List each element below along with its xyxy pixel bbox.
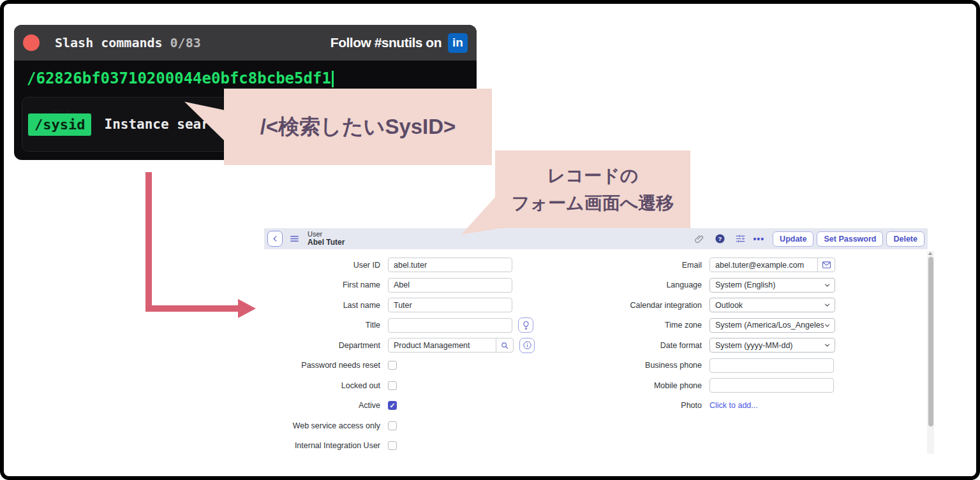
- web-service-access-only-checkbox[interactable]: [388, 421, 397, 430]
- mobile-phone-input[interactable]: [709, 378, 834, 393]
- time-zone-select[interactable]: System (America/Los_Angeles): [709, 318, 835, 333]
- calendar-integration-select[interactable]: Outlook: [709, 298, 835, 312]
- field-label: Department: [278, 341, 388, 350]
- delete-button[interactable]: Delete: [886, 231, 924, 247]
- last-name-input[interactable]: Tuter: [388, 298, 512, 312]
- form-column-right: Emailabel.tuter@example.comLanguageSyste…: [628, 258, 915, 418]
- input-value: abel.tuter@example.com: [710, 258, 817, 272]
- title-input[interactable]: [388, 318, 512, 333]
- menu-icon[interactable]: [290, 235, 299, 243]
- department-input[interactable]: Product Management: [388, 338, 514, 353]
- flow-arrow: [145, 172, 152, 312]
- scrollbar-thumb[interactable]: [928, 257, 933, 426]
- select-value: System (yyyy-MM-dd): [715, 341, 824, 350]
- business-phone-input[interactable]: [709, 358, 834, 373]
- form-column-left: User IDabel.tuterFirst nameAbelLast name…: [278, 258, 546, 458]
- first-name-input[interactable]: Abel: [388, 278, 512, 293]
- select-value: System (America/Los_Angeles): [715, 321, 824, 330]
- chevron-down-icon: [824, 302, 831, 309]
- user-id-input[interactable]: abel.tuter: [388, 258, 512, 272]
- input-value: Product Management: [389, 338, 496, 352]
- update-button[interactable]: Update: [773, 231, 813, 247]
- form-row-first-name: First nameAbel: [278, 278, 546, 293]
- photo-add-link[interactable]: Click to add...: [709, 401, 758, 410]
- field-label: Language: [628, 280, 709, 289]
- form-row-department: DepartmentProduct Management: [278, 338, 546, 353]
- record-title: User Abel Tuter: [308, 230, 345, 247]
- annotation-bubble-sysid: /<検索したいSysID>: [224, 89, 492, 165]
- form-row-active: Active✓: [278, 398, 546, 413]
- annotation-text: /<検索したいSysID>: [260, 113, 456, 142]
- language-select[interactable]: System (English): [709, 278, 835, 293]
- form-row-internal-integration-user: Internal Integration User: [278, 439, 546, 453]
- field-label: Calendar integration: [628, 301, 709, 310]
- scroll-up-icon[interactable]: [928, 252, 932, 255]
- locked-out-checkbox[interactable]: [388, 381, 397, 390]
- flow-arrow-head-icon: [238, 299, 256, 318]
- record-name: Abel Tuter: [308, 238, 345, 247]
- widget-title: Slash commands: [55, 35, 163, 50]
- record-dot-icon: [23, 34, 40, 51]
- set-password-button[interactable]: Set Password: [817, 231, 883, 247]
- widget-header: Slash commands 0/83 Follow #snutils on i…: [14, 25, 477, 61]
- field-label: Locked out: [278, 381, 388, 390]
- form-row-web-service-access-only: Web service access only: [278, 418, 546, 433]
- form-row-email: Emailabel.tuter@example.com: [628, 258, 915, 272]
- annotation-text: フォーム画面へ遷移: [512, 189, 674, 217]
- command-input[interactable]: /62826bf03710200044e0bfc8bcbe5df1: [27, 69, 334, 87]
- form-row-locked-out: Locked out: [278, 378, 546, 393]
- form-row-time-zone: Time zoneSystem (America/Los_Angeles): [628, 318, 915, 333]
- envelope-icon[interactable]: [817, 258, 835, 272]
- annotation-bubble-form: レコードの フォーム画面へ遷移: [495, 150, 690, 228]
- paperclip-icon[interactable]: [692, 234, 706, 244]
- form-row-photo: PhotoClick to add...: [628, 398, 915, 413]
- info-button[interactable]: [519, 338, 535, 353]
- chevron-down-icon: [824, 342, 831, 349]
- form-row-user-id: User IDabel.tuter: [278, 258, 546, 272]
- field-label: Last name: [278, 301, 388, 310]
- screenshot-frame: Slash commands 0/83 Follow #snutils on i…: [0, 0, 980, 480]
- help-icon[interactable]: ?: [713, 233, 727, 244]
- form-row-mobile-phone: Mobile phone: [628, 378, 915, 393]
- field-label: User ID: [278, 261, 388, 270]
- form-header: User Abel Tuter ? ••• Update Set Passwor…: [264, 228, 928, 249]
- form-row-language: LanguageSystem (English): [628, 278, 915, 293]
- field-label: Active: [278, 401, 388, 410]
- svg-text:?: ?: [718, 235, 722, 242]
- annotation-text: レコードの: [547, 162, 639, 189]
- sliders-icon[interactable]: [733, 234, 747, 244]
- select-value: Outlook: [715, 301, 824, 310]
- form-row-password-needs-reset: Password needs reset: [278, 358, 546, 373]
- text-cursor: [332, 71, 334, 87]
- active-checkbox[interactable]: ✓: [388, 401, 397, 410]
- email-input[interactable]: abel.tuter@example.com: [709, 258, 835, 272]
- date-format-select[interactable]: System (yyyy-MM-dd): [709, 338, 835, 353]
- follow-label: Follow #snutils on: [330, 35, 442, 50]
- field-label: Photo: [628, 401, 709, 410]
- back-button[interactable]: [267, 231, 283, 247]
- command-input-value: /62826bf03710200044e0bfc8bcbe5df1: [27, 69, 331, 87]
- internal-integration-user-checkbox[interactable]: [388, 441, 397, 450]
- field-label: Email: [628, 261, 709, 270]
- field-label: Mobile phone: [628, 381, 709, 390]
- vertical-scrollbar[interactable]: [927, 251, 934, 454]
- linkedin-icon[interactable]: in: [448, 33, 468, 53]
- search-icon[interactable]: [496, 338, 513, 352]
- form-row-date-format: Date formatSystem (yyyy-MM-dd): [628, 338, 915, 353]
- field-label: Password needs reset: [278, 361, 388, 370]
- field-label: Title: [278, 321, 388, 330]
- form-row-business-phone: Business phone: [628, 358, 915, 373]
- field-label: Date format: [628, 341, 709, 350]
- chevron-down-icon: [824, 322, 831, 329]
- lightbulb-button[interactable]: [518, 317, 533, 333]
- chevron-down-icon: [824, 282, 831, 289]
- chevron-left-icon: [272, 235, 279, 242]
- flow-arrow: [145, 305, 239, 312]
- field-label: First name: [278, 280, 388, 289]
- form-row-title: Title: [278, 318, 546, 333]
- form-row-last-name: Last nameTuter: [278, 298, 546, 312]
- password-needs-reset-checkbox[interactable]: [388, 361, 397, 370]
- user-form: User Abel Tuter ? ••• Update Set Passwor…: [264, 228, 928, 458]
- more-options-icon[interactable]: •••: [753, 234, 764, 244]
- form-row-calendar-integration: Calendar integrationOutlook: [628, 298, 915, 312]
